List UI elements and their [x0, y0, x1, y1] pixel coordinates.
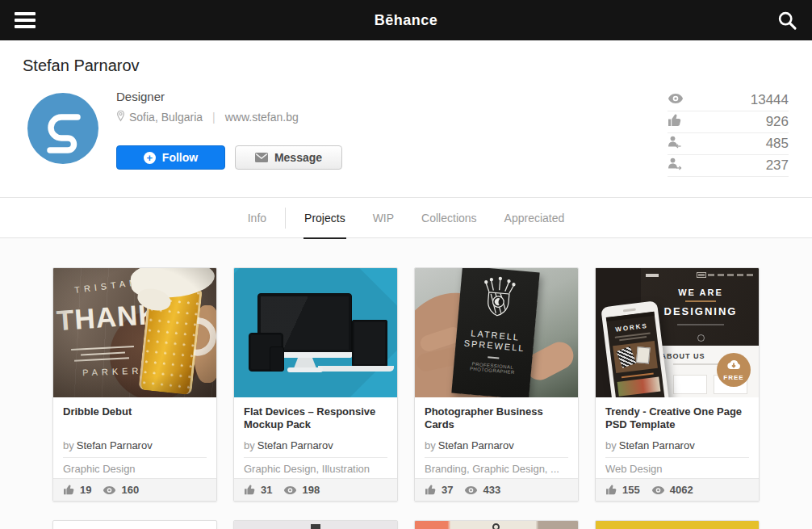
views-count: 198	[302, 484, 320, 496]
project-stats-bar: 37 433	[415, 478, 578, 501]
project-title[interactable]: Dribble Debut	[63, 405, 207, 433]
cloud-download-icon	[726, 359, 742, 371]
beer-glass-artwork	[138, 285, 202, 395]
envelope-icon	[255, 153, 268, 162]
thumbs-up-icon	[668, 114, 682, 130]
views-count: 433	[483, 484, 500, 496]
avatar[interactable]	[23, 88, 103, 169]
location-separator: |	[212, 111, 216, 124]
tab-info[interactable]: Info	[234, 198, 280, 238]
project-card-partial[interactable]	[233, 520, 398, 529]
profile-location: Sofia, Bulgaria	[129, 111, 203, 124]
profile-name: Stefan Parnarov	[23, 57, 789, 75]
profile-header: Stefan Parnarov Designer Sofia, Bulgaria…	[0, 40, 812, 198]
stat-appreciations: 926	[668, 111, 789, 133]
project-title[interactable]: Trendy - Creative One Page PSD Template	[605, 405, 749, 433]
project-card-photographer-cards[interactable]: LATRELL SPREWELL PROFESSIONAL PHOTOGRAPH…	[414, 267, 579, 502]
project-card-partial[interactable]	[414, 520, 579, 529]
profile-stats: 13444 926 485 237	[668, 90, 789, 177]
project-title[interactable]: Photographer Business Cards	[425, 405, 568, 433]
followers-icon	[668, 136, 682, 152]
business-card-artwork: LATRELL SPREWELL PROFESSIONAL PHOTOGRAPH…	[451, 268, 539, 397]
project-card-flat-devices[interactable]: Flat Devices – Responsive Mockup Pack by…	[233, 267, 398, 502]
project-thumbnail[interactable]: LATRELL SPREWELL PROFESSIONAL PHOTOGRAPH…	[415, 268, 578, 397]
location-pin-icon	[116, 110, 125, 124]
artwork-text: PARKER	[82, 366, 143, 378]
project-thumbnail[interactable]: TRISTAN THANKS PARKER	[53, 268, 216, 397]
stat-views: 13444	[668, 90, 789, 111]
search-icon[interactable]	[776, 10, 797, 31]
thumbs-up-icon	[425, 485, 437, 495]
thumbs-up-icon	[605, 485, 617, 495]
project-card-trendy-template[interactable]: WE ARE DESIGNING ABOUT US WORKS	[595, 267, 760, 502]
second-row-partial	[52, 520, 760, 529]
project-categories: Web Design	[605, 458, 749, 475]
stat-following: 237	[668, 155, 789, 177]
mug-handle-artwork	[194, 317, 216, 358]
project-author[interactable]: Stefan Parnarov	[77, 439, 153, 451]
foam-artwork	[135, 285, 173, 313]
free-badge: FREE	[717, 353, 751, 387]
profile-website-link[interactable]: www.stefan.bg	[225, 111, 299, 124]
project-stats-bar: 19 160	[53, 478, 216, 501]
artwork-text: PROFESSIONAL PHOTOGRAPHER	[454, 360, 532, 376]
foam-artwork	[130, 268, 216, 300]
app-title: Bēhance	[0, 12, 812, 29]
artwork-text: WE ARE	[642, 288, 759, 297]
project-stats-bar: 31 198	[234, 478, 397, 501]
plus-icon	[144, 152, 156, 164]
stat-followers: 485	[668, 133, 789, 155]
top-navigation-bar: Bēhance	[0, 0, 812, 40]
project-thumbnail[interactable]	[234, 268, 397, 397]
profile-role: Designer	[116, 90, 342, 103]
eye-icon	[283, 485, 297, 495]
project-card-partial[interactable]	[595, 520, 760, 529]
likes-count: 155	[622, 484, 640, 496]
laptop-artwork	[352, 320, 387, 367]
likes-count: 31	[261, 484, 272, 496]
project-categories: Graphic Design	[63, 458, 207, 475]
project-author[interactable]: Stefan Parnarov	[438, 439, 514, 451]
artwork-text: TRISTAN	[74, 277, 140, 295]
project-categories: Graphic Design, Illustration	[244, 458, 387, 475]
hand-artwork	[194, 305, 216, 383]
artwork-text: LATRELL SPREWELL	[455, 327, 534, 355]
project-card-partial[interactable]	[52, 520, 217, 529]
follow-button[interactable]: Follow	[116, 145, 225, 170]
site-nav-artwork	[698, 274, 753, 276]
artwork-text: THANKS	[56, 296, 180, 337]
tab-wip[interactable]: WIP	[359, 198, 408, 238]
project-author[interactable]: Stefan Parnarov	[619, 439, 695, 451]
site-logo-artwork	[646, 274, 659, 277]
project-stats-bar: 155 4062	[596, 478, 759, 501]
eye-icon	[651, 485, 665, 495]
project-author[interactable]: Stefan Parnarov	[257, 439, 333, 451]
tab-collections[interactable]: Collections	[408, 198, 490, 238]
likes-count: 19	[80, 484, 91, 496]
eye-icon	[464, 485, 478, 495]
project-thumbnail[interactable]: WE ARE DESIGNING ABOUT US WORKS	[596, 268, 759, 397]
artwork-text: DESIGNING	[642, 305, 759, 317]
tab-appreciated[interactable]: Appreciated	[491, 198, 579, 238]
tab-projects[interactable]: Projects	[291, 198, 359, 238]
views-count: 160	[121, 484, 139, 496]
message-button[interactable]: Message	[235, 145, 342, 170]
thumbs-up-icon	[63, 485, 75, 495]
eye-icon	[103, 485, 116, 495]
basketball-artwork	[110, 310, 200, 397]
eye-icon	[668, 93, 684, 107]
project-title[interactable]: Flat Devices – Responsive Mockup Pack	[244, 405, 387, 433]
crest-artwork	[479, 274, 518, 322]
projects-grid: TRISTAN THANKS PARKER Dribble Debut bySt…	[0, 238, 812, 529]
likes-count: 37	[442, 484, 453, 496]
thumbs-up-icon	[244, 485, 256, 495]
phone-artwork	[270, 346, 284, 372]
project-card-dribble-debut[interactable]: TRISTAN THANKS PARKER Dribble Debut bySt…	[52, 267, 217, 502]
tab-divider	[285, 208, 286, 229]
profile-tabs: Info Projects WIP Collections Appreciate…	[0, 198, 812, 238]
following-icon	[668, 157, 682, 174]
views-count: 4062	[670, 484, 693, 496]
project-categories: Branding, Graphic Design, ...	[425, 458, 568, 475]
